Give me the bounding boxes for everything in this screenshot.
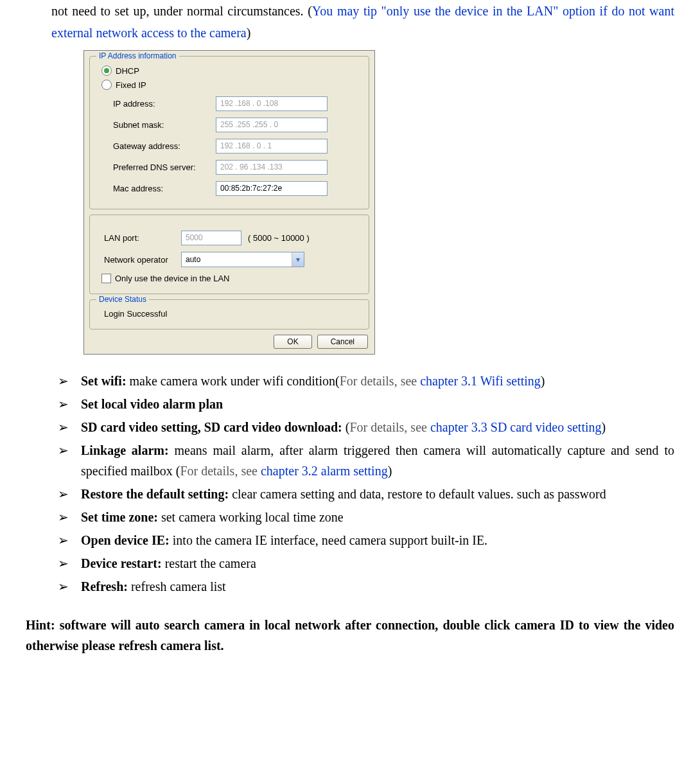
- list-item-bold: Set time zone:: [81, 510, 158, 524]
- intro-end: ): [247, 26, 251, 40]
- lan-group: LAN port: 5000 ( 5000 ~ 10000 ) Network …: [89, 215, 369, 294]
- list-item-tail: ): [602, 420, 606, 434]
- radio-dhcp-label: DHCP: [116, 66, 139, 76]
- list-item-bold: SD card video setting, SD card video dow…: [81, 420, 342, 434]
- list-item-tail: ): [541, 374, 545, 388]
- feature-list: Set wifi: make camera work under wifi co…: [58, 371, 674, 597]
- input-mac[interactable]: 00:85:2b:7c:27:2e: [216, 181, 328, 196]
- list-item: Set wifi: make camera work under wifi co…: [58, 371, 674, 391]
- hint-paragraph: Hint: software will auto search camera i…: [26, 615, 674, 656]
- list-item-bold: Linkage alarm:: [81, 443, 169, 457]
- label-dns: Preferred DNS server:: [113, 163, 216, 172]
- list-item: Set local video alarm plan: [58, 394, 674, 414]
- list-item-link[interactable]: chapter 3.1 Wifi setting: [420, 374, 541, 388]
- lan-port-hint: ( 5000 ~ 10000 ): [248, 233, 310, 243]
- list-item: Refresh: refresh camera list: [58, 576, 674, 597]
- checkbox-only-lan[interactable]: Only use the device in the LAN: [101, 274, 362, 283]
- cancel-button[interactable]: Cancel: [317, 335, 368, 349]
- row-gateway: Gateway address: 192 .168 . 0 . 1: [113, 139, 362, 154]
- radio-dot-icon: [101, 66, 112, 76]
- list-item: Set time zone: set camera working local …: [58, 507, 674, 527]
- input-mask[interactable]: 255 .255 .255 . 0: [216, 118, 328, 132]
- dialog-window: IP Address information DHCP Fixed IP IP …: [83, 50, 375, 355]
- label-mask: Subnet mask:: [113, 120, 216, 130]
- list-item: SD card video setting, SD card video dow…: [58, 417, 674, 437]
- select-network-operator[interactable]: auto ▾: [181, 252, 304, 267]
- list-item-tail: ): [388, 464, 392, 478]
- list-item-link[interactable]: chapter 3.3 SD card video setting: [430, 420, 602, 434]
- list-item-bold: Refresh:: [81, 579, 128, 594]
- row-dns: Preferred DNS server: 202 . 96 .134 .133: [113, 160, 362, 175]
- list-item: Linkage alarm: means mail alarm, after a…: [58, 440, 674, 481]
- intro-pre: not need to set up, under normal circums…: [51, 4, 312, 18]
- list-item-text: (: [342, 420, 350, 434]
- list-item-bold: Open device IE:: [81, 533, 170, 547]
- row-mask: Subnet mask: 255 .255 .255 . 0: [113, 118, 362, 132]
- list-item-bold: Set local video alarm plan: [81, 397, 223, 411]
- label-lan: LAN port:: [104, 233, 181, 243]
- list-item-gray: For details, see: [349, 420, 430, 434]
- row-network-operator: Network operator auto ▾: [104, 252, 362, 267]
- checkbox-label: Only use the device in the LAN: [115, 274, 230, 283]
- list-item: Restore the default setting: clear camer…: [58, 484, 674, 504]
- list-item-bold: Set wifi:: [81, 374, 127, 388]
- dialog-buttons: OK Cancel: [88, 335, 371, 350]
- radio-fixed-label: Fixed IP: [116, 80, 146, 90]
- input-ip[interactable]: 192 .168 . 0 .108: [216, 96, 328, 111]
- list-item-text: make camera work under wifi condition(: [127, 374, 340, 388]
- input-gateway[interactable]: 192 .168 . 0 . 1: [216, 139, 328, 154]
- row-ip: IP address: 192 .168 . 0 .108: [113, 96, 362, 111]
- intro-paragraph: not need to set up, under normal circums…: [51, 0, 674, 44]
- ip-group-title: IP Address information: [96, 51, 179, 60]
- ip-dialog-screenshot: IP Address information DHCP Fixed IP IP …: [83, 50, 674, 355]
- list-item-link[interactable]: chapter 3.2 alarm setting: [261, 464, 388, 478]
- row-mac: Mac address: 00:85:2b:7c:27:2e: [113, 181, 362, 196]
- checkbox-icon: [101, 274, 111, 283]
- label-netop: Network operator: [104, 255, 181, 265]
- list-item-bold: Device restart:: [81, 556, 162, 570]
- list-item: Device restart: restart the camera: [58, 553, 674, 574]
- status-group-title: Device Status: [96, 295, 149, 304]
- list-item-bold: Restore the default setting:: [81, 487, 229, 501]
- list-item-text: restart the camera: [162, 556, 256, 570]
- ip-address-group: IP Address information DHCP Fixed IP IP …: [89, 56, 369, 209]
- list-item-text: clear camera setting and data, restore t…: [229, 487, 606, 501]
- status-text: Login Successful: [104, 309, 362, 319]
- label-gateway: Gateway address:: [113, 141, 216, 151]
- radio-dhcp[interactable]: DHCP: [101, 66, 362, 76]
- list-item-text: set camera working local time zone: [158, 510, 344, 524]
- list-item-text: into the camera IE interface, need camer…: [170, 533, 487, 547]
- device-status-group: Device Status Login Successful: [89, 299, 369, 330]
- row-lan-port: LAN port: 5000 ( 5000 ~ 10000 ): [104, 231, 362, 245]
- select-value: auto: [186, 255, 200, 264]
- list-item-text: refresh camera list: [128, 579, 226, 594]
- input-dns[interactable]: 202 . 96 .134 .133: [216, 160, 328, 175]
- list-item: Open device IE: into the camera IE inter…: [58, 530, 674, 550]
- chevron-down-icon: ▾: [292, 252, 304, 267]
- list-item-gray: For details, see: [340, 374, 421, 388]
- ok-button[interactable]: OK: [274, 335, 311, 349]
- label-ip: IP address:: [113, 99, 216, 109]
- input-lan-port[interactable]: 5000: [181, 231, 241, 245]
- list-item-gray: For details, see: [180, 464, 261, 478]
- radio-fixed-ip[interactable]: Fixed IP: [101, 80, 362, 90]
- radio-dot-icon: [101, 80, 112, 90]
- label-mac: Mac address:: [113, 184, 216, 193]
